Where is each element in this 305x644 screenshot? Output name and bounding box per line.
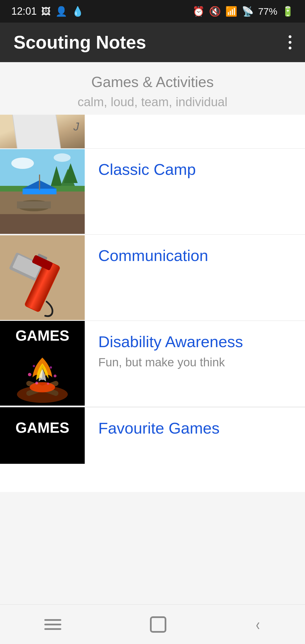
item-subtitle-disability: Fun, but make you think	[98, 356, 291, 369]
mute-icon: 🔇	[209, 6, 221, 17]
item-title-disability: Disability Awareness	[98, 332, 291, 351]
more-dot-3	[289, 47, 291, 49]
photo-icon: 🖼	[41, 6, 51, 17]
item-title-classic-camp: Classic Camp	[98, 160, 291, 179]
back-icon: ‹	[256, 615, 260, 634]
item-image-communication	[0, 235, 85, 321]
nav-bar: ‹	[0, 604, 305, 644]
svg-point-1	[11, 158, 34, 169]
nav-line-1	[44, 619, 61, 621]
status-bar: 12:01 🖼 👤 💧 ⏰ 🔇 📶 📡 77% 🔋	[0, 0, 305, 23]
svg-point-27	[28, 373, 31, 376]
home-button[interactable]	[150, 616, 166, 633]
svg-point-30	[50, 366, 52, 369]
more-dot-2	[289, 41, 291, 44]
back-button[interactable]: ‹	[255, 615, 261, 634]
item-content-favourite: Favourite Games	[85, 407, 305, 492]
more-dot-1	[289, 35, 291, 38]
section-header: Games & Activities calm, loud, team, ind…	[0, 62, 305, 115]
app-bar: Scouting Notes	[0, 23, 305, 62]
signal-icon: 📡	[242, 6, 254, 17]
item-image-classic-camp	[0, 149, 85, 234]
item-content-communication: Communication	[85, 235, 305, 321]
svg-rect-13	[0, 214, 85, 234]
item-image-partial	[0, 115, 85, 149]
list-item-favourite-games[interactable]: GAMES Favourite Games	[0, 407, 305, 492]
svg-point-26	[30, 382, 55, 392]
section-subtitle: calm, loud, team, individual	[14, 95, 291, 109]
battery-icon: 🔋	[282, 6, 294, 17]
wifi-icon: 📶	[225, 6, 237, 17]
item-content-classic-camp: Classic Camp	[85, 149, 305, 234]
status-right: ⏰ 🔇 📶 📡 77% 🔋	[193, 6, 294, 17]
home-icon	[150, 616, 166, 633]
list-container: Classic Camp	[0, 115, 305, 492]
alarm-icon: ⏰	[193, 6, 204, 17]
nav-line-2	[44, 624, 61, 625]
svg-text:GAMES: GAMES	[16, 419, 69, 436]
recent-apps-icon	[44, 619, 61, 630]
item-content-partial	[85, 115, 305, 148]
water-icon: 💧	[72, 6, 84, 17]
nav-line-3	[44, 628, 61, 630]
item-title-favourite: Favourite Games	[98, 419, 291, 438]
item-content-disability: Disability Awareness Fun, but make you t…	[85, 321, 305, 407]
list-item-disability-awareness[interactable]: GAMES	[0, 321, 305, 407]
svg-point-28	[54, 375, 56, 377]
svg-point-29	[33, 365, 35, 367]
item-image-disability: GAMES	[0, 321, 85, 407]
recent-apps-button[interactable]	[44, 619, 61, 630]
battery-level: 77%	[258, 6, 277, 17]
content-wrapper: Games & Activities calm, loud, team, ind…	[0, 62, 305, 532]
list-item-classic-camp[interactable]: Classic Camp	[0, 149, 305, 235]
person-icon: 👤	[55, 6, 67, 17]
svg-point-32	[47, 382, 49, 385]
svg-text:GAMES: GAMES	[16, 327, 69, 344]
svg-point-2	[54, 153, 71, 162]
more-options-button[interactable]	[289, 35, 291, 49]
section-title: Games & Activities	[14, 73, 291, 90]
status-time: 12:01	[11, 5, 37, 17]
list-item[interactable]	[0, 115, 305, 149]
item-title-communication: Communication	[98, 246, 291, 265]
list-item-communication[interactable]: Communication	[0, 235, 305, 321]
status-left: 12:01 🖼 👤 💧	[11, 5, 84, 17]
svg-rect-9	[17, 201, 51, 208]
app-title: Scouting Notes	[14, 32, 146, 53]
svg-point-31	[35, 382, 38, 384]
item-image-favourite: GAMES	[0, 407, 85, 492]
svg-rect-12	[39, 175, 40, 190]
